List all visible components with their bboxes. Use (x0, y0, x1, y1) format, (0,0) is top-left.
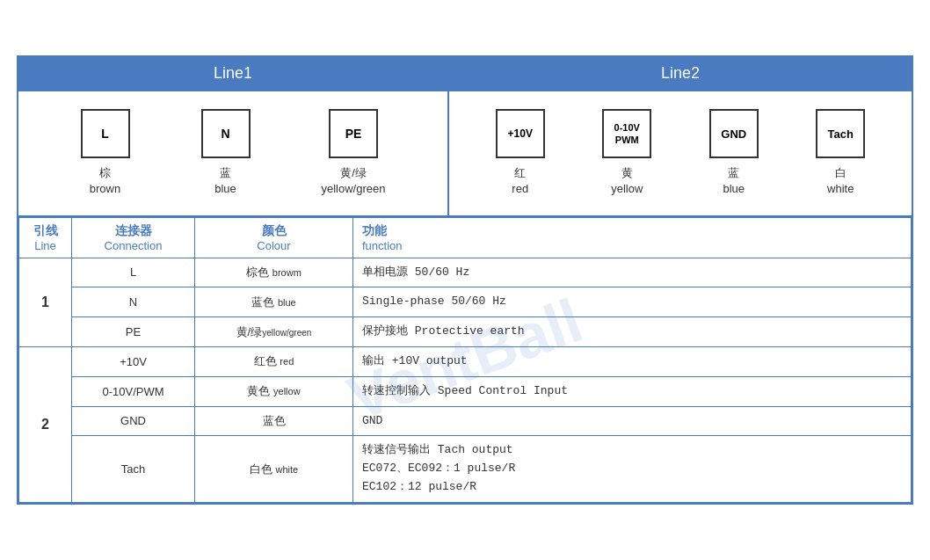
conn-L: L (72, 258, 195, 287)
connector-label-L: 棕brown (90, 165, 120, 197)
table-row: 1 L 棕色 browm 单相电源 50/60 Hz (19, 258, 912, 287)
header-row: Line1 Line2 (18, 57, 912, 91)
connector-PWM: 0-10VPWM 黄yellow (602, 109, 651, 197)
table-header-row: 引线 Line 连接器 Connection 颜色 Colour 功能 func… (19, 217, 912, 258)
conn-Tach: Tach (72, 436, 195, 502)
conn-GND: GND (72, 406, 195, 436)
func-Tach: 转速信号输出 Tach output EC072、EC092：1 pulse/R… (353, 436, 912, 502)
colour-PE: 黄/绿yellow/green (195, 317, 353, 347)
line-number-2: 2 (19, 346, 72, 502)
table-row: PE 黄/绿yellow/green 保护接地 Protective earth (19, 317, 912, 347)
conn-10V: +10V (72, 346, 195, 376)
func-10V: 输出 +10V output (353, 346, 912, 376)
colour-10V: 红色 red (195, 346, 353, 376)
colour-Tach: 白色 white (195, 436, 353, 502)
th-function: 功能 function (353, 217, 912, 258)
connector-label-Tach: 白white (827, 165, 854, 197)
func-GND: GND (353, 406, 912, 436)
connector-box-Tach: Tach (816, 109, 865, 158)
connector-label-10V: 红red (512, 165, 528, 197)
connector-box-N: N (201, 109, 251, 158)
func-N: Single-phase 50/60 Hz (353, 287, 912, 317)
table-row: 2 +10V 红色 red 输出 +10V output (19, 346, 912, 376)
table-row: N 蓝色 blue Single-phase 50/60 Hz (19, 287, 912, 317)
connector-box-10V: +10V (496, 109, 545, 158)
conn-PE: PE (72, 317, 195, 347)
connector-label-GND: 蓝blue (723, 165, 745, 197)
diagram-row: L 棕brown N 蓝blue PE 黄/绿yellow/green +10V… (18, 91, 912, 216)
connector-L: L 棕brown (81, 109, 130, 197)
th-colour: 颜色 Colour (195, 217, 353, 258)
colour-GND: 蓝色 (195, 406, 353, 436)
colour-L: 棕色 browm (195, 258, 353, 287)
connector-PE: PE 黄/绿yellow/green (322, 109, 386, 197)
header-line2: Line2 (449, 57, 912, 90)
func-PWM: 转速控制输入 Speed Control Input (353, 376, 912, 406)
conn-N: N (72, 287, 195, 317)
diagram-line2: +10V 红red 0-10VPWM 黄yellow GND 蓝blue Tac… (449, 91, 912, 215)
table-row: GND 蓝色 GND (19, 406, 912, 436)
conn-PWM: 0-10V/PWM (72, 376, 195, 406)
diagram-line1: L 棕brown N 蓝blue PE 黄/绿yellow/green (18, 91, 449, 215)
header-line1: Line1 (18, 57, 449, 90)
func-L: 单相电源 50/60 Hz (353, 258, 912, 287)
connector-label-PWM: 黄yellow (611, 165, 643, 197)
connector-10V: +10V 红red (496, 109, 545, 197)
connector-box-GND: GND (709, 109, 759, 158)
colour-PWM: 黄色 yellow (195, 376, 353, 406)
th-connection: 连接器 Connection (72, 217, 195, 258)
connector-label-N: 蓝blue (214, 165, 236, 197)
func-PE: 保护接地 Protective earth (353, 317, 912, 347)
th-line: 引线 Line (19, 217, 72, 258)
connector-box-PWM: 0-10VPWM (602, 109, 651, 158)
table-row: 0-10V/PWM 黄色 yellow 转速控制输入 Speed Control… (19, 376, 912, 406)
colour-N: 蓝色 blue (195, 287, 353, 317)
connector-box-PE: PE (329, 109, 378, 158)
connector-GND: GND 蓝blue (709, 109, 759, 197)
table-section: VentBall 引线 Line 连接器 Connection 颜色 Colou… (18, 217, 912, 503)
connector-label-PE: 黄/绿yellow/green (322, 165, 386, 197)
line-number-1: 1 (19, 258, 72, 346)
data-table: 引线 Line 连接器 Connection 颜色 Colour 功能 func… (18, 217, 912, 503)
table-row: Tach 白色 white 转速信号输出 Tach output EC072、E… (19, 436, 912, 502)
connector-Tach: Tach 白white (816, 109, 865, 197)
connector-N: N 蓝blue (201, 109, 251, 197)
connector-box-L: L (81, 109, 130, 158)
main-container: Line1 Line2 L 棕brown N 蓝blue PE 黄/绿yello… (17, 55, 913, 505)
